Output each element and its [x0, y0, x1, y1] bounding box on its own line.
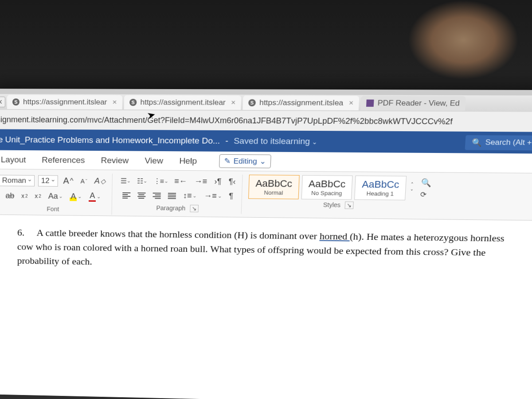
- styles-group: AaBbCc Normal AaBbCc No Spacing AaBbCc H…: [243, 175, 436, 211]
- tab-close-icon[interactable]: ×: [231, 98, 236, 107]
- document-body[interactable]: 6. A cattle breeder knows that the hornl…: [0, 215, 532, 285]
- ltr-button[interactable]: ›¶: [212, 176, 223, 187]
- chevron-up-icon[interactable]: ˄: [411, 181, 414, 188]
- favicon-icon: S: [12, 98, 20, 106]
- style-normal[interactable]: AaBbCc Normal: [248, 175, 299, 199]
- chevron-down-icon: ⌄: [260, 156, 266, 166]
- font-name-select[interactable]: Roman: [0, 175, 35, 186]
- indent-spacing-button[interactable]: →≡⌄: [202, 191, 223, 202]
- background-person: [408, 0, 519, 80]
- tab-review[interactable]: Review: [98, 151, 131, 170]
- strikethrough-button[interactable]: ab: [4, 190, 16, 201]
- align-justify-button[interactable]: [166, 191, 178, 200]
- show-marks-button[interactable]: ¶: [227, 191, 235, 202]
- rtl-button[interactable]: ¶‹: [227, 176, 238, 188]
- shrink-font-button[interactable]: Aˇ: [78, 176, 89, 185]
- find-icon[interactable]: 🔍: [421, 178, 431, 188]
- styles-scroll[interactable]: ˄ ˅: [408, 181, 415, 195]
- bullet-list-button[interactable]: ☰⌄: [119, 176, 132, 186]
- font-group-label: Font: [47, 204, 59, 215]
- superscript-button[interactable]: x2: [33, 192, 43, 200]
- tab-title: https://assignment.itslear: [140, 98, 226, 107]
- editing-mode-button[interactable]: ✎ Editing ⌄: [219, 154, 271, 168]
- tab-references[interactable]: References: [39, 151, 88, 169]
- paragraph-group-label: Paragraph: [156, 204, 185, 211]
- screen-capture: × S https://assignment.itslear × S https…: [0, 89, 532, 399]
- tab-title: PDF Reader - View, Ed: [377, 99, 460, 108]
- tab-title: https://assignment.itslea: [259, 98, 344, 108]
- tab-close-icon[interactable]: ×: [348, 98, 353, 107]
- align-left-button[interactable]: [121, 191, 132, 200]
- save-status[interactable]: Saved to itslearning⌄: [234, 136, 317, 146]
- font-group: Roman 12 A^ Aˇ A◇ ab x2 x2 Aa⌄ A⌄ A⌄ Fon…: [0, 172, 113, 215]
- align-center-button[interactable]: [136, 191, 148, 200]
- browser-tab[interactable]: S https://assignment.itslear ×: [124, 95, 242, 110]
- clear-formatting-button[interactable]: A◇: [93, 176, 108, 187]
- replace-icon[interactable]: ⟳: [420, 190, 431, 199]
- highlight-button[interactable]: A⌄: [68, 191, 83, 202]
- search-placeholder: Search (Alt + Q): [485, 138, 532, 147]
- font-size-select[interactable]: 12: [38, 175, 58, 187]
- document-paragraph[interactable]: 6. A cattle breeder knows that the hornl…: [17, 225, 523, 274]
- paragraph-group: ☰⌄ ☷⌄ ⋮≡⌄ ≡← →≡ ›¶ ¶‹ ↕≡⌄ →≡⌄ ¶ Paragrap…: [114, 174, 243, 214]
- address-text: signment.itslearning.com/mvc/Attachment/…: [0, 115, 453, 126]
- style-heading-1[interactable]: AaBbCc Heading 1: [354, 176, 407, 200]
- line-spacing-button[interactable]: ↕≡⌄: [181, 190, 199, 201]
- tab-layout[interactable]: Layout: [0, 151, 29, 169]
- style-no-spacing[interactable]: AaBbCc No Spacing: [301, 175, 353, 200]
- browser-tab-strip: × S https://assignment.itslear × S https…: [0, 89, 532, 112]
- document-title: e Unit_Practice Problems and Homework_In…: [0, 135, 220, 146]
- word-title-bar: e Unit_Practice Problems and Homework_In…: [0, 129, 532, 153]
- favicon-icon: S: [248, 99, 256, 106]
- decrease-indent-button[interactable]: ≡←: [172, 176, 189, 187]
- pdf-icon: [366, 100, 374, 107]
- list-number: 6.: [17, 225, 35, 239]
- tab-view[interactable]: View: [142, 152, 166, 170]
- search-input[interactable]: 🔍 Search (Alt + Q): [465, 135, 532, 150]
- font-color-button[interactable]: A⌄: [87, 190, 102, 203]
- search-icon: 🔍: [471, 138, 482, 147]
- chevron-down-icon[interactable]: ˅: [410, 188, 413, 195]
- multilevel-list-button[interactable]: ⋮≡⌄: [152, 176, 169, 186]
- close-icon[interactable]: ×: [0, 97, 5, 107]
- chevron-down-icon: ⌄: [312, 138, 317, 145]
- address-bar[interactable]: signment.itslearning.com/mvc/Attachment/…: [0, 110, 532, 132]
- ribbon-toolbar: Roman 12 A^ Aˇ A◇ ab x2 x2 Aa⌄ A⌄ A⌄ Fon…: [0, 169, 532, 221]
- browser-tab-pdf[interactable]: PDF Reader - View, Ed: [360, 96, 466, 110]
- align-right-button[interactable]: [151, 191, 163, 200]
- tab-title: https://assignment.itslear: [23, 98, 107, 107]
- pen-icon: ✎: [224, 156, 231, 166]
- text-run: A cattle breeder knows that the hornless…: [36, 227, 320, 242]
- browser-tab[interactable]: S https://assignment.itslea ×: [243, 96, 359, 110]
- spellcheck-underline[interactable]: horned: [319, 231, 350, 242]
- increase-indent-button[interactable]: →≡: [192, 176, 209, 187]
- numbered-list-button[interactable]: ☷⌄: [135, 176, 149, 186]
- paragraph-dialog-launcher[interactable]: ↘: [190, 205, 199, 212]
- grow-font-button[interactable]: A^: [61, 175, 75, 187]
- styles-group-label: Styles: [323, 201, 341, 208]
- tab-help[interactable]: Help: [176, 152, 200, 170]
- change-case-button[interactable]: Aa⌄: [47, 191, 65, 202]
- tab-close-icon[interactable]: ×: [112, 98, 117, 107]
- subscript-button[interactable]: x2: [20, 192, 29, 200]
- styles-dialog-launcher[interactable]: ↘: [345, 201, 354, 209]
- favicon-icon: S: [129, 99, 137, 106]
- browser-tab[interactable]: S https://assignment.itslear ×: [7, 95, 122, 110]
